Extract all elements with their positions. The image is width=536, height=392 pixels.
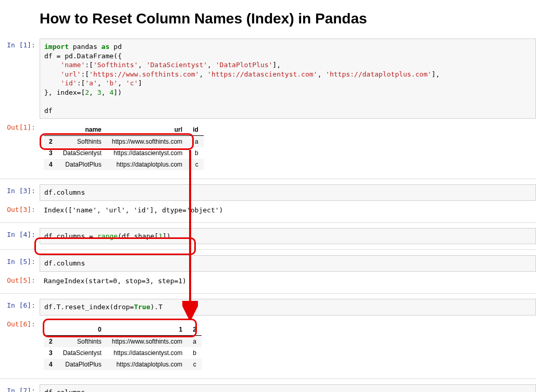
str: 'https://datascientyst.com' [207, 70, 317, 78]
str: 'url' [60, 70, 81, 78]
txt: pd [109, 43, 121, 50]
th-2: 2 [188, 324, 202, 336]
cell: DataScientyst [58, 347, 107, 359]
row-index: 3 [44, 347, 58, 359]
txt: df [44, 107, 53, 115]
kw-as: as [102, 43, 110, 50]
txt: ]) [114, 88, 122, 96]
code-input-7[interactable]: df.columns [40, 384, 536, 392]
prompt-out-5: Out[5]: [0, 274, 40, 288]
output-html-6: 0 1 2 2 Softhints https://www.softhints.… [40, 318, 536, 373]
table-row: 3 DataScientyst https://datascientyst.co… [44, 147, 204, 159]
table-row: 2 Softhints https://www.softhints.com a [44, 335, 202, 347]
txt: :[ [81, 70, 89, 78]
str: 'DataPlotPlus' [216, 61, 273, 69]
cell: https://dataplotplus.com [107, 359, 188, 370]
output-html-1: name url id 2 Softhints https://www.soft… [40, 121, 536, 173]
cell: Softhints [58, 335, 107, 347]
txt: :[ [85, 61, 93, 69]
cell-out-3: Out[3]: Index(['name', 'url', 'id'], dty… [0, 202, 536, 218]
txt: ], [272, 61, 281, 69]
code-input-4[interactable]: df.columns = range(df.shape[1]) [40, 228, 536, 245]
table-header-row: 0 1 2 [44, 324, 202, 336]
cell: https://datascientyst.com [107, 347, 188, 359]
th-1: 1 [107, 324, 188, 336]
prompt-out-6: Out[6]: [0, 318, 40, 373]
str: 'a' [85, 79, 97, 87]
txt [44, 61, 60, 69]
txt: , [118, 79, 126, 87]
cell: c [188, 359, 202, 370]
row-index: 4 [44, 159, 58, 170]
cell-in-4: In [4]: df.columns = range(df.shape[1]) [0, 227, 536, 246]
str: 'id' [60, 79, 77, 87]
txt: ).T [151, 303, 163, 311]
dataframe-table-1: name url id 2 Softhints https://www.soft… [44, 124, 204, 170]
builtin-range: range [97, 232, 118, 240]
cell-out-5: Out[5]: RangeIndex(start=0, stop=3, step… [0, 273, 536, 289]
cell: a [188, 136, 204, 148]
str: 'Softhints' [93, 61, 138, 69]
cell: DataPlotPlus [58, 159, 107, 170]
th-blank [44, 324, 58, 336]
cell: b [188, 147, 204, 159]
table-row: 2 Softhints https://www.softhints.com a [44, 136, 204, 148]
cell-in-7: In [7]: df.columns [0, 383, 536, 392]
notebook-container: How to Reset Column Names (Index) in Pan… [0, 10, 536, 392]
txt: (df.shape[ [118, 232, 158, 240]
code-input-6[interactable]: df.T.reset_index(drop=True).T [40, 299, 536, 315]
code-input-1[interactable]: import pandas as pd df = pd.DataFrame({ … [40, 39, 536, 119]
num: 3 [97, 88, 102, 96]
table-row: 4 DataPlotPlus https://dataplotplus.com … [44, 159, 204, 170]
separator [0, 378, 536, 379]
prompt-in-3: In [3]: [0, 184, 40, 201]
cell-in-1: In [1]: import pandas as pd df = pd.Data… [0, 37, 536, 120]
row-index: 4 [44, 359, 58, 370]
txt: , [89, 88, 97, 96]
cell: DataPlotPlus [58, 359, 107, 370]
prompt-out-3: Out[3]: [0, 203, 40, 217]
table-row: 3 DataScientyst https://datascientyst.co… [44, 347, 202, 359]
separator [0, 222, 536, 223]
txt: pandas [69, 43, 102, 50]
txt [44, 79, 60, 87]
cell: https://www.softhints.com [107, 335, 188, 347]
txt: , [102, 88, 110, 96]
txt: , [199, 70, 207, 78]
str: 'c' [126, 79, 138, 87]
cell: Softhints [58, 136, 107, 148]
txt: }, index=[ [44, 88, 85, 96]
prompt-in-4: In [4]: [0, 228, 40, 245]
str: 'DataScientyst' [146, 61, 207, 69]
row-index: 2 [44, 335, 58, 347]
str: 'b' [105, 79, 117, 87]
txt: df.columns = [44, 232, 97, 240]
code-input-3[interactable]: df.columns [40, 184, 536, 201]
txt: df = pd.DataFrame({ [44, 52, 122, 60]
page-title: How to Reset Column Names (Index) in Pan… [40, 10, 536, 27]
txt: df.T.reset_index(drop= [44, 303, 134, 311]
code-input-5[interactable]: df.columns [40, 255, 536, 272]
cell-in-3: In [3]: df.columns [0, 183, 536, 202]
th-blank [44, 124, 58, 136]
prompt-out-1: Out[1]: [0, 121, 40, 173]
cell: a [188, 335, 202, 347]
txt [44, 70, 60, 78]
row-index: 2 [44, 136, 58, 148]
txt: , [97, 79, 106, 87]
separator [0, 179, 536, 179]
th-url: url [107, 124, 188, 136]
prompt-in-1: In [1]: [0, 39, 40, 119]
num: 2 [85, 88, 89, 96]
cell-in-5: In [5]: df.columns [0, 254, 536, 273]
txt: , [317, 70, 326, 78]
cell-in-6: In [6]: df.T.reset_index(drop=True).T [0, 298, 536, 317]
txt: ] [138, 79, 142, 87]
separator [0, 249, 536, 250]
txt: ]) [163, 232, 171, 240]
txt: , [207, 61, 216, 69]
table-header-row: name url id [44, 124, 204, 136]
output-text-3: Index(['name', 'url', 'id'], dtype='obje… [40, 203, 536, 217]
dataframe-table-6: 0 1 2 2 Softhints https://www.softhints.… [44, 324, 202, 370]
th-id: id [188, 124, 204, 136]
